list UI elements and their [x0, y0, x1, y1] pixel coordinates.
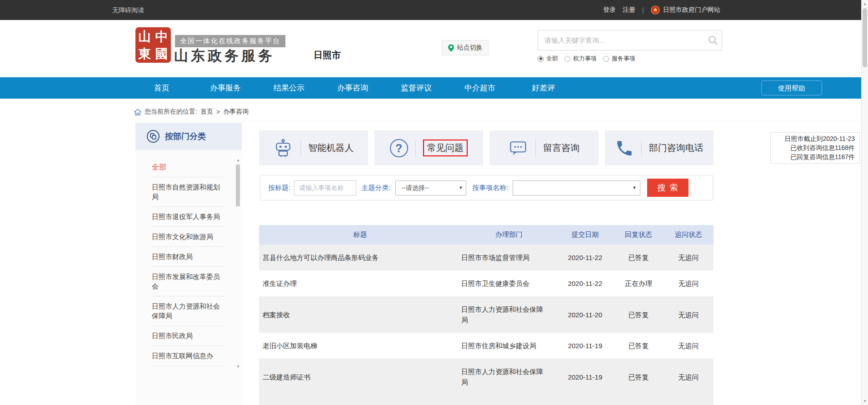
table-header-cell: 标题 [259, 225, 461, 245]
scroll-thumb[interactable] [236, 165, 240, 206]
scope-label: 全部 [546, 55, 558, 63]
breadcrumb-home[interactable]: 首页 [200, 108, 213, 116]
scroll-down-icon[interactable]: ▼ [862, 399, 868, 403]
sidebar-item[interactable]: 日照市民政局 [152, 326, 224, 346]
home-icon [134, 109, 141, 115]
robot-icon [273, 138, 293, 158]
scroll-thumb[interactable] [863, 8, 867, 67]
category-select-value: --请选择-- [401, 184, 429, 191]
table-row[interactable]: 二级建造师证书 日照市人力资源和社会保障局 2020-11-19 已答复 无追问 [259, 359, 713, 395]
reply-status: 正在办理 [614, 270, 663, 296]
item-name-select[interactable]: ▼ [513, 180, 640, 195]
nav-item[interactable]: 监督评议 [384, 83, 448, 93]
scope-option-power[interactable]: 权力事项 [564, 55, 597, 63]
nav-item[interactable]: 中介超市 [448, 83, 512, 93]
consultation-title[interactable]: 准生证办理 [259, 270, 461, 296]
breadcrumb-separator: > [216, 108, 220, 115]
topbar: 无障碍阅读 登录 注册 | 日照市政府门户网站 [0, 0, 868, 20]
sidebar-item[interactable]: 日照市发展和改革委员会 [152, 267, 224, 296]
handling-department: 日照市市场监督管理局 [461, 245, 557, 270]
sidebar-title: 按部门分类 [165, 131, 206, 142]
nav-item[interactable]: 首页 [130, 83, 194, 93]
national-emblem-icon [651, 5, 660, 15]
sidebar-item[interactable]: 日照市文化和旅游局 [152, 227, 224, 247]
sidebar-item[interactable]: 日照市退役军人事务局 [152, 207, 224, 227]
nav-item[interactable]: 好差评 [512, 83, 575, 93]
table-header-cell: 回复状态 [614, 225, 663, 245]
divider [415, 140, 416, 156]
consultation-title[interactable]: 莒县什么地方可以办理商品条形码业务 [259, 245, 461, 270]
divider [535, 140, 536, 156]
nav-item[interactable]: 办事咨询 [321, 83, 384, 93]
scroll-up-icon[interactable]: ▲ [236, 158, 240, 162]
breadcrumb-current[interactable]: 办事咨询 [223, 108, 249, 116]
sidebar-item[interactable]: 日照市互联网信息办 [152, 346, 224, 366]
sidebar-item[interactable]: 日照市财政局 [152, 247, 224, 267]
submit-date: 2020-11-19 [557, 359, 614, 395]
table-row[interactable]: 档案接收 日照市人力资源和社会保障局 2020-11-20 已答复 无追问 [259, 296, 713, 333]
tab-leave-message[interactable]: 留言咨询 [489, 130, 599, 165]
category-select[interactable]: --请选择-- ▼ [395, 180, 466, 195]
stats-received: 已收到咨询信息1168件 [774, 143, 855, 152]
divider [135, 121, 859, 121]
table-row[interactable]: 老旧小区加装电梯 日照市住房和城乡建设局 2020-11-19 已答复 无追问 [259, 333, 713, 359]
site-switch-label: 站点切换 [457, 44, 483, 52]
phone-icon [615, 139, 634, 158]
tab-smart-robot[interactable]: 智能机器人 [259, 130, 368, 165]
divider [300, 140, 301, 156]
scroll-up-icon[interactable]: ▲ [862, 2, 868, 6]
accessibility-link[interactable]: 无障碍阅读 [112, 0, 144, 20]
consultation-title[interactable]: 老旧小区加装电梯 [259, 333, 461, 359]
tab-faq[interactable]: ? 常见问题 [374, 130, 484, 165]
site-switch-button[interactable]: 站点切换 [442, 40, 489, 55]
sidebar-item[interactable]: 日照市人力资源和社会保障局 [152, 296, 224, 326]
table-row[interactable]: 莒县什么地方可以办理商品条形码业务 日照市市场监督管理局 2020-11-22 … [259, 245, 713, 270]
handling-department: 日照市卫生健康委员会 [461, 270, 557, 296]
page-scrollbar[interactable]: ▲ ▼ [861, 0, 868, 405]
handling-department: 日照市人力资源和社会保障局 [461, 359, 557, 395]
filter-bar: 按标题: 主题分类: --请选择-- ▼ 按事项名称: ▼ 搜索 [260, 175, 713, 200]
brand-title: 山东政务服务 [174, 46, 275, 65]
consultation-title[interactable]: 二级建造师证书 [259, 359, 461, 395]
filter-title-label: 按标题: [268, 184, 290, 192]
table-header-cell: 提交日期 [557, 225, 614, 245]
sidebar-item[interactable]: 日照市自然资源和规划局 [152, 177, 224, 207]
stats-deadline: 日照市截止到2020-11-23 [774, 134, 855, 143]
follow-status: 无追问 [663, 270, 713, 296]
keyword-search-input[interactable] [538, 30, 722, 50]
consult-channel-cards: 智能机器人 ? 常见问题 留言咨询 部门咨询电话 [259, 130, 713, 165]
login-link[interactable]: 登录 [603, 6, 616, 14]
register-link[interactable]: 注册 [623, 6, 635, 14]
tab-label: 智能机器人 [308, 142, 354, 154]
portal-link[interactable]: 日照市政府门户网站 [651, 5, 720, 15]
scope-option-all[interactable]: 全部 [538, 55, 558, 63]
search-button[interactable]: 搜索 [647, 179, 688, 197]
radio-icon[interactable] [564, 56, 570, 62]
topbar-right: 登录 注册 | 日照市政府门户网站 [603, 0, 720, 20]
reply-status: 已答复 [614, 333, 663, 359]
stats-replied: 已回复咨询信息1167件 [774, 152, 855, 161]
search-icon[interactable] [708, 35, 718, 45]
radio-icon[interactable] [538, 56, 544, 62]
table-row[interactable]: 准生证办理 日照市卫生健康委员会 2020-11-22 正在办理 无追问 [259, 270, 713, 296]
nav-item[interactable]: 办事服务 [194, 83, 257, 93]
submit-date: 2020-11-22 [557, 245, 614, 270]
tab-department-phone[interactable]: 部门咨询电话 [605, 130, 714, 165]
reply-status: 已答复 [614, 296, 663, 333]
reply-status: 已答复 [614, 245, 663, 270]
title-filter-input[interactable] [294, 180, 356, 195]
scroll-down-icon[interactable]: ▼ [236, 365, 240, 369]
reply-status: 已答复 [614, 359, 663, 395]
filter-category-label: 主题分类: [361, 184, 390, 192]
nav-item[interactable]: 结果公示 [257, 83, 321, 93]
scope-option-service[interactable]: 服务事项 [603, 55, 635, 63]
consultation-title[interactable]: 档案接收 [259, 296, 461, 333]
radio-icon[interactable] [603, 56, 609, 62]
help-button[interactable]: 使用帮助 [761, 80, 822, 95]
scope-label: 服务事项 [612, 55, 635, 63]
question-icon: ? [390, 139, 408, 157]
table-row-partial[interactable] [259, 395, 713, 405]
sidebar-item[interactable]: 全部 [152, 157, 224, 177]
table-header-cell: 追问状态 [663, 225, 713, 245]
breadcrumb: 您当前所在的位置: 首页 > 办事咨询 [134, 105, 249, 118]
